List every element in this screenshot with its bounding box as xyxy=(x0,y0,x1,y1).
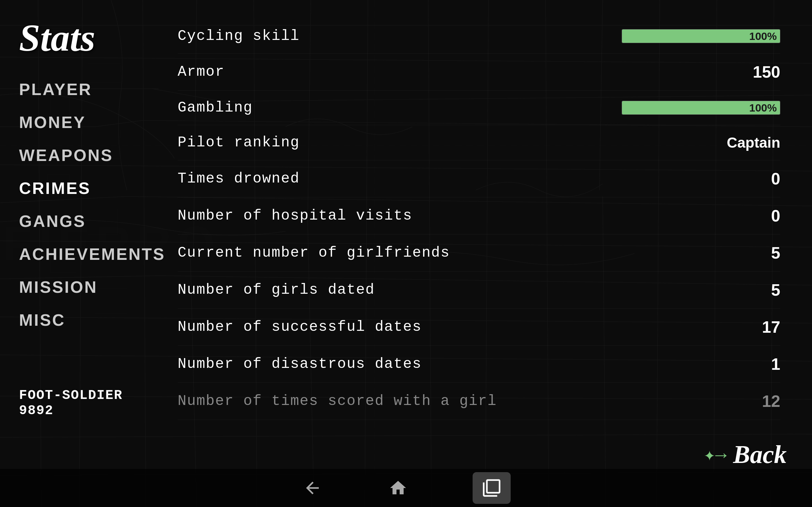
sidebar-item-player[interactable]: PLAYER xyxy=(19,73,140,106)
stat-row-times-drowned: Times drowned 0 xyxy=(177,160,780,198)
stat-row-scored-girl: Number of times scored with a girl 12 xyxy=(177,383,780,420)
stat-value-successful-dates: 17 xyxy=(717,318,780,337)
stat-row-girlfriends: Current number of girlfriends 5 xyxy=(177,234,780,272)
nav-recents-button[interactable] xyxy=(473,472,511,504)
stat-value-scored-girl: 12 xyxy=(717,392,780,411)
stat-label-disastrous-dates: Number of disastrous dates xyxy=(177,356,422,372)
home-icon xyxy=(389,478,408,498)
stat-row-pilot-ranking: Pilot ranking Captain xyxy=(177,125,780,160)
stat-label-gambling: Gambling xyxy=(177,100,253,116)
progress-label-cycling-skill: 100% xyxy=(749,30,777,43)
stat-value-armor: 150 xyxy=(717,62,780,81)
progress-bar-cycling-skill: 100% xyxy=(622,29,780,43)
sidebar: Stats PLAYER MONEY WEAPONS CRIMES GANGS … xyxy=(0,0,159,469)
stat-label-armor: Armor xyxy=(177,64,224,80)
stat-label-girls-dated: Number of girls dated xyxy=(177,282,375,298)
stat-value-disastrous-dates: 1 xyxy=(717,354,780,374)
sidebar-item-crimes[interactable]: CRIMES xyxy=(19,172,140,205)
nav-bar xyxy=(0,469,812,507)
nav-home-button[interactable] xyxy=(387,477,409,499)
stat-row-successful-dates: Number of successful dates 17 xyxy=(177,308,780,346)
back-button[interactable]: ✦→ Back xyxy=(704,440,786,469)
sidebar-item-misc[interactable]: MISC xyxy=(19,303,140,337)
back-label: Back xyxy=(733,440,786,469)
stat-label-girlfriends: Current number of girlfriends xyxy=(177,245,450,261)
stat-row-girls-dated: Number of girls dated 5 xyxy=(177,272,780,308)
stat-row-disastrous-dates: Number of disastrous dates 1 xyxy=(177,346,780,383)
stat-row-hospital-visits: Number of hospital visits 0 xyxy=(177,198,780,234)
stats-panel: Cycling skill 100% Armor 150 Gambling 10… xyxy=(159,0,812,469)
stat-value-pilot-ranking: Captain xyxy=(717,134,780,151)
back-icon xyxy=(303,478,322,498)
sidebar-item-gangs[interactable]: GANGS xyxy=(19,205,140,238)
sidebar-item-money[interactable]: MONEY xyxy=(19,106,140,139)
progress-label-gambling: 100% xyxy=(749,102,777,114)
stat-label-pilot-ranking: Pilot ranking xyxy=(177,134,300,151)
stat-label-successful-dates: Number of successful dates xyxy=(177,319,422,335)
content-area: Stats PLAYER MONEY WEAPONS CRIMES GANGS … xyxy=(0,0,812,469)
nav-back-button[interactable] xyxy=(301,477,323,499)
stat-row-cycling-skill: Cycling skill 100% xyxy=(177,19,780,54)
stat-value-girlfriends: 5 xyxy=(717,243,780,262)
stat-label-times-drowned: Times drowned xyxy=(177,170,300,187)
main-container: Stats PLAYER MONEY WEAPONS CRIMES GANGS … xyxy=(0,0,812,507)
sidebar-item-achievements[interactable]: ACHIEVEMENTS xyxy=(19,238,140,271)
sidebar-item-weapons[interactable]: WEAPONS xyxy=(19,139,140,172)
stat-label-cycling-skill: Cycling skill xyxy=(177,28,300,44)
recents-icon xyxy=(482,478,501,498)
stat-label-scored-girl: Number of times scored with a girl xyxy=(177,393,497,409)
back-arrow-icon: ✦→ xyxy=(704,443,727,466)
stat-value-girls-dated: 5 xyxy=(717,280,780,299)
stat-row-gambling: Gambling 100% xyxy=(177,91,780,125)
sidebar-title: Stats xyxy=(19,19,140,57)
stat-row-armor: Armor 150 xyxy=(177,54,780,91)
sidebar-item-mission[interactable]: MISSION xyxy=(19,271,140,303)
progress-fill-cycling-skill: 100% xyxy=(622,30,780,43)
progress-bar-gambling: 100% xyxy=(622,101,780,115)
stat-value-times-drowned: 0 xyxy=(717,169,780,188)
progress-fill-gambling: 100% xyxy=(622,101,780,114)
rank-text: FOOT-SOLDIER 9892 xyxy=(19,388,159,418)
stat-value-hospital-visits: 0 xyxy=(717,206,780,225)
stat-label-hospital-visits: Number of hospital visits xyxy=(177,208,412,224)
